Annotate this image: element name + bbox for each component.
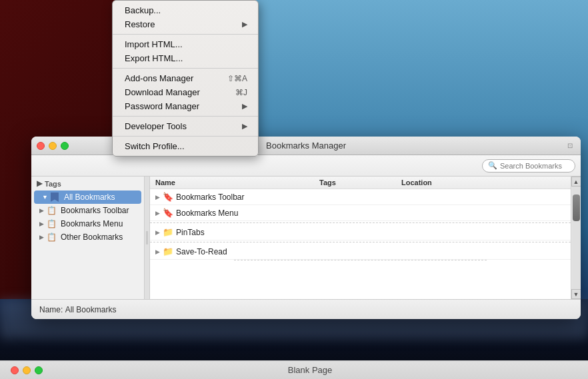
folder-icon: 📋 [47,219,57,228]
menu-separator-1 [113,34,258,35]
bottom-minimize-button[interactable] [23,366,31,374]
menu-item-backup[interactable]: Backup... [113,3,258,17]
menu-separator-4 [113,136,258,137]
status-bar: Name: All Bookmarks [31,299,581,319]
item-name-bookmarks-toolbar: Bookmarks Toolbar [176,192,332,202]
list-item-pintabs[interactable]: ▶ 📁 PinTabs [150,224,571,240]
menu-item-download[interactable]: Download Manager ⌘J [113,85,258,99]
minimize-button[interactable] [49,142,57,150]
menu-label-restore: Restore [125,19,155,29]
folder-icon: 📋 [47,232,57,242]
scrollbar: ▲ ▼ [571,177,581,299]
menu-shortcut-addons: ⇧⌘A [227,74,247,83]
maximize-button[interactable] [61,142,69,150]
menu-shortcut-download: ⌘J [235,88,247,97]
menu-label-addons: Add-ons Manager [125,73,193,83]
list-separator-3 [234,260,487,260]
menu-label-devtools: Developer Tools [125,121,187,131]
bookmarks-manager-window: Bookmarks Manager ⊡ 🔍 ▶ Tags ▼ All Bookm… [31,137,581,319]
content-area: ▶ Tags ▼ All Bookmarks ▶ 📋 Bookmarks Too… [31,177,581,299]
bottom-browser-bar: Blank Page [0,360,588,379]
menu-item-import-html[interactable]: Import HTML... [113,37,258,51]
sidebar-item-other-bookmarks[interactable]: ▶ 📋 Other Bookmarks [31,230,144,244]
menu-label-switch-profile: Switch Profile... [125,141,185,151]
chevron-icon: ▶ [39,220,44,227]
context-menu: Backup... Restore ▶ Import HTML... Expor… [112,0,259,157]
menu-arrow-password: ▶ [242,102,247,111]
bottom-maximize-button[interactable] [35,366,43,374]
name-value: All Bookmarks [65,305,117,314]
item-name-pintabs: PinTabs [176,228,332,237]
menu-label-password: Password Manager [125,101,199,111]
close-button[interactable] [37,142,45,150]
bookmark-icon [51,192,59,202]
menu-item-restore[interactable]: Restore ▶ [113,17,258,31]
scroll-down-button[interactable]: ▼ [571,289,581,299]
bookmarks-list: Name Tags Location ▶ 🔖 Bookmarks Toolbar… [150,177,571,299]
chevron-icon: ▶ [155,229,160,236]
list-item-save-to-read[interactable]: ▶ 📁 Save-To-Read [150,244,571,260]
menu-item-password[interactable]: Password Manager ▶ [113,99,258,113]
sidebar-item-bookmarks-toolbar[interactable]: ▶ 📋 Bookmarks Toolbar [31,204,144,217]
sidebar-label-other-bookmarks: Other Bookmarks [61,232,123,242]
sidebar: ▶ Tags ▼ All Bookmarks ▶ 📋 Bookmarks Too… [31,177,145,299]
sidebar-label-all-bookmarks: All Bookmarks [64,192,115,202]
sidebar-item-all-bookmarks[interactable]: ▼ All Bookmarks [34,190,141,204]
menu-label-export-html: Export HTML... [125,53,183,63]
scrollbar-thumb[interactable] [573,194,580,221]
search-icon: 🔍 [488,161,497,170]
chevron-icon: ▶ [155,248,160,255]
column-header-location: Location [401,179,565,187]
toolbar: 🔍 [31,155,581,177]
resize-icon[interactable]: ⊡ [565,141,575,151]
search-input[interactable] [500,162,569,170]
menu-separator-3 [113,116,258,117]
bottom-titlebar-buttons [11,366,43,374]
drag-handle-visual [146,231,148,244]
chevron-icon: ▶ [39,207,44,214]
chevron-icon: ▶ [155,210,160,216]
resize-handle[interactable] [145,177,150,299]
item-name-save-to-read: Save-To-Read [176,247,332,256]
search-box[interactable]: 🔍 [482,159,575,173]
folder-yellow-icon: 📁 [163,246,173,256]
folder-icon: 📋 [47,206,57,215]
sidebar-item-bookmarks-menu[interactable]: ▶ 📋 Bookmarks Menu [31,217,144,230]
menu-arrow-restore: ▶ [242,20,247,29]
item-name-bookmarks-menu: Bookmarks Menu [176,208,332,218]
sidebar-header-label: Tags [45,180,61,188]
menu-separator-2 [113,68,258,69]
menu-item-export-html[interactable]: Export HTML... [113,51,258,65]
folder-blue-icon: 🔖 [163,208,173,218]
chevron-icon: ▶ [155,194,160,200]
list-item-bookmarks-menu[interactable]: ▶ 🔖 Bookmarks Menu [150,205,571,221]
scrollbar-track[interactable] [572,187,581,289]
folder-yellow-icon: 📁 [163,227,173,237]
sidebar-label-bookmarks-menu: Bookmarks Menu [61,219,123,228]
list-separator-1 [150,222,571,223]
folder-blue-icon: 🔖 [163,192,173,202]
column-header-tags: Tags [319,179,401,187]
menu-label-download: Download Manager [125,87,200,97]
bottom-bar-title: Blank Page [43,365,577,375]
list-separator-2 [150,242,571,242]
chevron-icon: ▼ [42,194,48,200]
menu-label-import-html: Import HTML... [125,39,183,49]
list-header: Name Tags Location [150,177,571,189]
name-label: Name: [39,305,63,314]
titlebar-buttons [37,142,69,150]
chevron-icon: ▶ [39,234,44,240]
menu-item-devtools[interactable]: Developer Tools ▶ [113,119,258,133]
menu-item-addons[interactable]: Add-ons Manager ⇧⌘A [113,71,258,85]
menu-label-backup: Backup... [125,5,161,15]
menu-item-switch-profile[interactable]: Switch Profile... [113,139,258,153]
window-title: Bookmarks Manager [266,141,346,151]
menu-arrow-devtools: ▶ [242,122,247,131]
bottom-close-button[interactable] [11,366,19,374]
column-header-name: Name [155,179,319,187]
sidebar-label-bookmarks-toolbar: Bookmarks Toolbar [61,206,129,215]
list-item-bookmarks-toolbar[interactable]: ▶ 🔖 Bookmarks Toolbar [150,189,571,205]
scroll-up-button[interactable]: ▲ [571,177,581,187]
chevron-right-icon: ▶ [37,179,42,188]
sidebar-header: ▶ Tags [31,177,144,190]
